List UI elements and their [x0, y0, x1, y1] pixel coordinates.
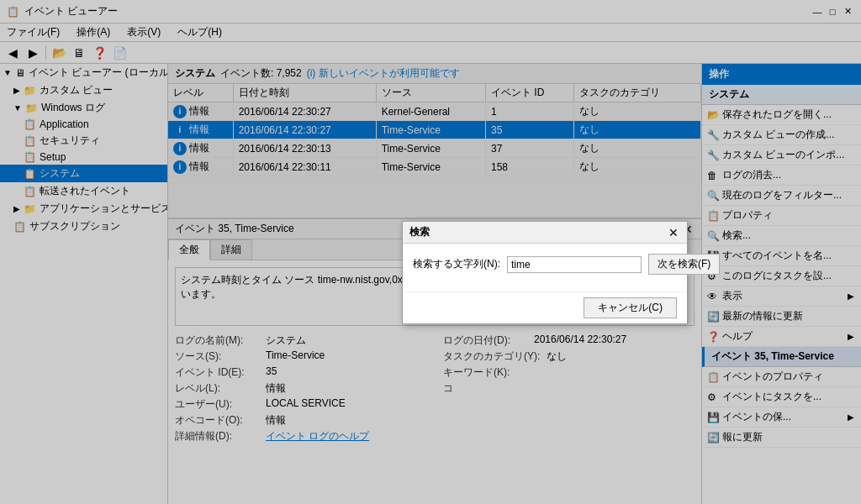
search-dialog-body: 検索する文字列(N): 次を検索(F) [403, 244, 687, 291]
find-next-button[interactable]: 次を検索(F) [648, 254, 720, 275]
search-row: 検索する文字列(N): 次を検索(F) [413, 254, 677, 275]
search-input[interactable] [507, 256, 642, 273]
search-dialog-footer: キャンセル(C) [403, 291, 687, 323]
search-label: 検索する文字列(N): [413, 257, 500, 271]
search-dialog: 検索 ✕ 検索する文字列(N): 次を検索(F) キャンセル(C) [402, 221, 688, 324]
search-dialog-title: 検索 ✕ [403, 222, 687, 244]
search-close-button[interactable]: ✕ [667, 226, 680, 239]
search-title-text: 検索 [409, 225, 430, 239]
cancel-search-button[interactable]: キャンセル(C) [584, 297, 677, 318]
